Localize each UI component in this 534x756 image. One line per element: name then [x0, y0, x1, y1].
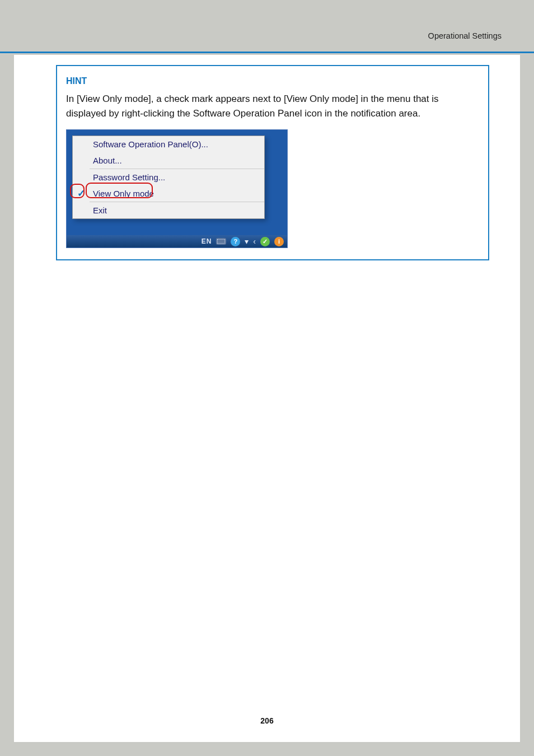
menu-item-label: View Only mode: [90, 189, 154, 198]
page-number: 206: [14, 716, 520, 725]
help-icon[interactable]: ?: [231, 237, 240, 246]
keyboard-icon[interactable]: [216, 238, 226, 245]
menu-item-password-setting[interactable]: Password Setting...: [73, 169, 264, 185]
chevron-left-icon[interactable]: ‹: [253, 237, 256, 246]
info-icon[interactable]: i: [274, 237, 284, 246]
notification-area: EN ? ▾ ‹ ✓ i: [67, 235, 287, 248]
menu-item-about[interactable]: About...: [73, 152, 264, 169]
hint-title: HINT: [66, 76, 479, 86]
menu-item-label: Software Operation Panel(O)...: [90, 139, 208, 149]
context-menu-screenshot: Software Operation Panel(O)... About... …: [66, 129, 288, 248]
menu-item-exit[interactable]: Exit: [73, 202, 264, 218]
menu-item-software-operation-panel[interactable]: Software Operation Panel(O)...: [73, 136, 264, 152]
menu-check-slot: ✓: [73, 188, 90, 199]
menu-item-label: Exit: [90, 206, 107, 215]
context-menu: Software Operation Panel(O)... About... …: [72, 136, 265, 219]
breadcrumb: Operational Settings: [428, 31, 502, 40]
hint-body-text: In [View Only mode], a check mark appear…: [66, 92, 479, 120]
check-icon: ✓: [77, 188, 85, 199]
shield-icon[interactable]: ✓: [260, 237, 270, 246]
menu-item-label: Password Setting...: [90, 172, 165, 182]
menu-item-label: About...: [90, 156, 122, 165]
hint-box: HINT In [View Only mode], a check mark a…: [56, 65, 489, 260]
menu-item-view-only-mode[interactable]: ✓ View Only mode: [73, 185, 264, 202]
tray-overflow-icon[interactable]: ▾: [245, 237, 249, 246]
tray-language-indicator[interactable]: EN: [202, 237, 212, 245]
